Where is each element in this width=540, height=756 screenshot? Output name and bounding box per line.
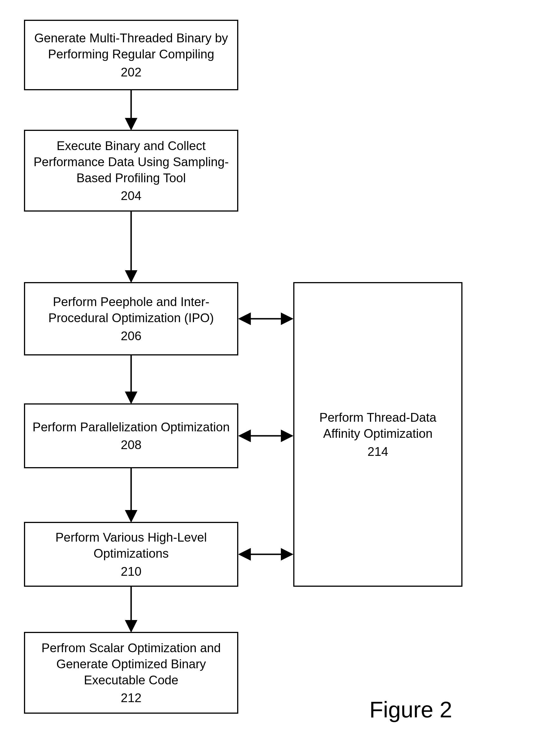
box-number: 210 [121, 563, 141, 579]
box-thread-data-affinity: Perform Thread-Data Affinity Optimizatio… [293, 282, 463, 587]
box-high-level-opt: Perform Various High-Level Optimizations… [24, 522, 238, 587]
box-number: 206 [121, 328, 141, 344]
box-text: Perform Various High-Level Optimizations [31, 529, 231, 561]
box-generate-binary: Generate Multi-Threaded Binary by Perfor… [24, 20, 238, 90]
box-text: Generate Multi-Threaded Binary by Perfor… [31, 30, 231, 62]
box-text: Perform Thread-Data Affinity Optimizatio… [300, 409, 456, 441]
box-text: Execute Binary and Collect Performance D… [31, 138, 231, 186]
box-number: 202 [121, 64, 141, 80]
box-number: 212 [121, 690, 141, 706]
figure-label: Figure 2 [369, 697, 452, 723]
box-parallelization: Perform Parallelization Optimization 208 [24, 403, 238, 468]
box-execute-binary: Execute Binary and Collect Performance D… [24, 130, 238, 212]
box-text: Perform Peephole and Inter-Procedural Op… [31, 294, 231, 326]
box-number: 214 [367, 443, 388, 460]
box-scalar-opt: Perfrom Scalar Optimization and Generate… [24, 632, 238, 714]
box-text: Perform Parallelization Optimization [33, 419, 229, 435]
box-peephole-ipo: Perform Peephole and Inter-Procedural Op… [24, 282, 238, 356]
box-number: 204 [121, 188, 141, 204]
box-text: Perfrom Scalar Optimization and Generate… [31, 640, 231, 688]
box-number: 208 [121, 437, 141, 453]
